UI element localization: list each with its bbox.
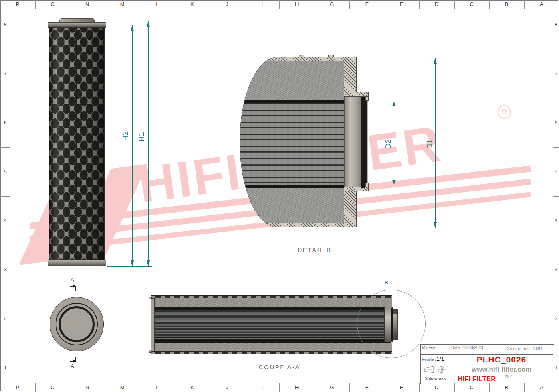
grid-tick — [35, 0, 36, 9]
grid-tick — [553, 196, 559, 197]
grid-col-label-bottom: D — [419, 384, 454, 390]
grid-tick — [35, 383, 36, 392]
grid-tick — [140, 0, 140, 9]
grid-col-label-bottom: I — [245, 384, 280, 390]
grid-row-label-right: 5 — [553, 147, 559, 196]
grid-col-label-bottom: O — [35, 384, 70, 390]
grid-tick — [385, 0, 385, 9]
grid-col-label-top: F — [349, 1, 385, 7]
grid-tick — [553, 245, 559, 245]
grid-tick — [210, 0, 210, 9]
grid-tick — [315, 383, 315, 392]
grid-col-label-bottom: L — [140, 384, 175, 390]
grid-col-label-bottom: C — [454, 384, 490, 390]
grid-col-label-top: B — [489, 1, 524, 7]
grid-col-label-top: G — [315, 1, 350, 7]
grid-row-label-right: 7 — [553, 49, 559, 98]
grid-col-label-top: N — [70, 1, 105, 7]
grid-tick — [140, 383, 140, 392]
grid-tick — [245, 383, 245, 392]
grid-tick — [349, 383, 350, 392]
grid-tick — [489, 0, 490, 9]
grid-row-label-left: 2 — [1, 294, 10, 343]
grid-tick — [280, 383, 280, 392]
grid-row-label-left: 1 — [1, 343, 10, 392]
grid-row-label-left: 8 — [1, 0, 10, 49]
grid-col-label-top: L — [140, 1, 175, 7]
grid-tick — [454, 0, 455, 9]
grid-tick — [553, 49, 559, 49]
grid-col-label-bottom: M — [105, 384, 140, 390]
grid-row-label-left: 3 — [1, 245, 10, 294]
grid-tick — [553, 343, 559, 343]
grid-row-label-left: 6 — [1, 98, 10, 147]
grid-col-label-bottom: K — [175, 384, 210, 390]
grid-tick — [489, 383, 490, 392]
grid-row-label-right: 4 — [553, 196, 559, 245]
grid-tick — [0, 294, 10, 294]
grid-tick — [553, 294, 559, 294]
grid-tick — [175, 383, 175, 392]
grid-row-label-right: 2 — [553, 294, 559, 343]
grid-tick — [105, 0, 105, 9]
grid-tick — [0, 98, 10, 98]
grid-col-label-top: K — [175, 1, 210, 7]
drawing-sheet: HIFI FILTER R H1 H2 A A — [0, 0, 559, 392]
grid-tick — [524, 383, 525, 392]
grid-col-label-top: C — [454, 1, 490, 7]
grid-col-label-top: E — [385, 1, 420, 7]
grid-tick — [70, 0, 70, 9]
grid-tick — [0, 245, 10, 245]
grid-tick — [0, 49, 10, 49]
grid-row-label-left: 5 — [1, 147, 10, 196]
grid-col-label-bottom: E — [385, 384, 420, 390]
grid-tick — [454, 383, 455, 392]
grid-tick — [245, 0, 245, 9]
grid-tick — [70, 383, 70, 392]
grid-tick — [0, 343, 10, 343]
grid-tick — [175, 0, 175, 9]
grid-col-label-bottom: F — [349, 384, 385, 390]
grid-tick — [105, 383, 105, 392]
grid-row-label-left: 7 — [1, 49, 10, 98]
grid-col-label-bottom: H — [280, 384, 315, 390]
grid-tick — [385, 383, 385, 392]
grid-tick — [419, 0, 420, 9]
grid-col-label-top: O — [35, 1, 70, 7]
grid-tick — [524, 0, 525, 9]
grid-col-label-bottom: G — [315, 384, 350, 390]
sheet-inner-border — [10, 9, 553, 383]
grid-tick — [280, 0, 280, 9]
grid-tick — [553, 98, 559, 98]
grid-tick — [419, 383, 420, 392]
grid-tick — [553, 147, 559, 148]
grid-col-label-top: J — [210, 1, 245, 7]
grid-tick — [0, 196, 10, 197]
grid-row-label-left: 4 — [1, 196, 10, 245]
grid-col-label-bottom: J — [210, 384, 245, 390]
grid-tick — [210, 383, 210, 392]
grid-col-label-top: I — [245, 1, 280, 7]
grid-col-label-bottom: N — [70, 384, 105, 390]
grid-tick — [349, 0, 350, 9]
grid-tick — [0, 147, 10, 148]
grid-tick — [315, 0, 315, 9]
grid-col-label-top: H — [280, 1, 315, 7]
grid-col-label-top: M — [105, 1, 140, 7]
grid-row-label-right: 1 — [553, 343, 559, 392]
grid-row-label-right: 8 — [553, 0, 559, 49]
grid-row-label-right: 3 — [553, 245, 559, 294]
grid-row-label-right: 6 — [553, 98, 559, 147]
grid-col-label-bottom: B — [489, 384, 524, 390]
grid-col-label-top: D — [419, 1, 454, 7]
